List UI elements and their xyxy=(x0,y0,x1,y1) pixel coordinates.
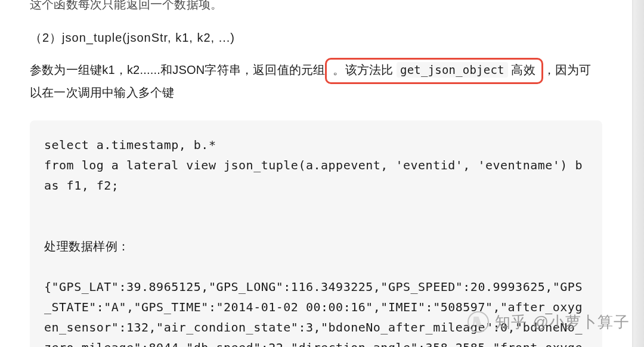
truncated-line: 这个函数每次只能返回一个数据项。 xyxy=(30,0,602,16)
method-description: 参数为一组键k1，k2......和JSON字符串，返回值的元组。该方法比 ge… xyxy=(30,58,602,104)
code-block: select a.timestamp, b.* from log a later… xyxy=(30,120,602,347)
box-pre: 。该方法比 xyxy=(333,63,397,76)
box-post: 高效 xyxy=(508,63,535,76)
right-edge-shadow xyxy=(633,0,644,347)
highlight-box: 。该方法比 get_json_object 高效 xyxy=(325,58,543,84)
page: 这个函数每次只能返回一个数据项。 （2）json_tuple(jsonStr, … xyxy=(0,0,644,347)
article-card: 这个函数每次只能返回一个数据项。 （2）json_tuple(jsonStr, … xyxy=(0,0,632,347)
method-heading: （2）json_tuple(jsonStr, k1, k2, ...) xyxy=(30,26,602,49)
code-select: select a.timestamp, b.* from log a later… xyxy=(44,138,590,193)
code-sample-label: 处理数据样例： xyxy=(44,239,130,253)
inline-code-get-json-object: get_json_object xyxy=(397,62,508,78)
desc-lead: 参数为一组键k1，k2......和JSON字符串，返回值的元组 xyxy=(30,63,325,76)
code-sample-json: {"GPS_LAT":39.8965125,"GPS_LONG":116.349… xyxy=(44,280,583,347)
